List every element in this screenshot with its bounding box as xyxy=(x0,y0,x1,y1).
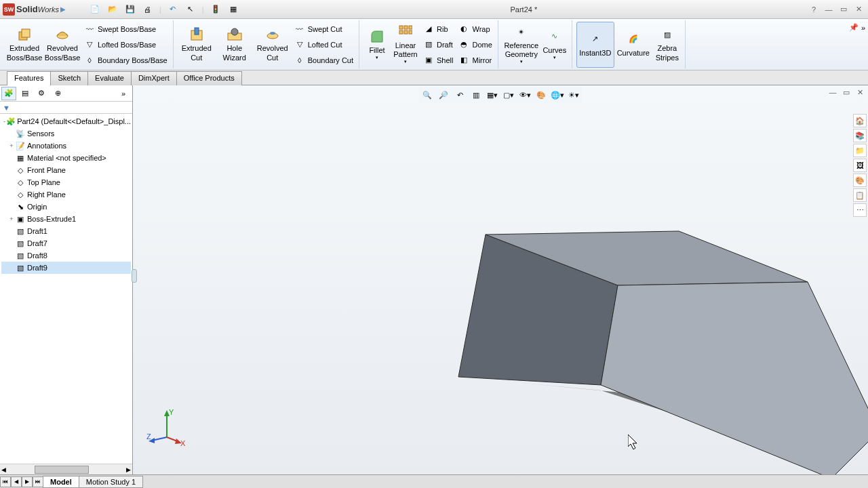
tree-item-boss-extrude1[interactable]: +▣Boss-Extrude1 xyxy=(1,213,131,225)
tree-item-material-not-specified-[interactable]: ▦Material <not specified> xyxy=(1,152,131,164)
minimize-button[interactable]: — xyxy=(823,4,834,15)
open-button[interactable]: 📂 xyxy=(106,3,119,16)
3d-viewport[interactable]: 🔍 🔎 ↶ ▥ ▦▾ ▢▾ 👁▾ 🎨 🌐▾ ☀▾ — ▭ ✕ xyxy=(133,85,868,474)
zebra-stripes-button[interactable]: ▨Zebra Stripes xyxy=(652,22,682,68)
draft-button[interactable]: ▧Draft xyxy=(420,37,456,52)
property-manager-tab[interactable]: ▤ xyxy=(18,87,33,100)
extruded-boss-button[interactable]: Extruded Boss/Base xyxy=(5,22,43,68)
swept-cut-button[interactable]: 〰Swept Cut xyxy=(292,22,356,37)
file-explorer-tab[interactable]: 📁 xyxy=(853,144,867,157)
resources-tab[interactable]: 🏠 xyxy=(853,114,867,127)
help-button[interactable]: ? xyxy=(808,4,819,15)
more-tab[interactable]: ⋯ xyxy=(853,203,867,217)
zoom-fit-button[interactable]: 🔍 xyxy=(420,88,434,102)
expand-icon[interactable]: + xyxy=(8,142,15,149)
rib-button[interactable]: ◢Rib xyxy=(420,22,456,37)
zoom-area-button[interactable]: 🔎 xyxy=(437,88,450,102)
tree-root[interactable]: - 🧩 Part24 (Default<<Default>_Displ... xyxy=(1,115,131,127)
nav-prev[interactable]: ◀ xyxy=(11,476,22,487)
revolved-cut-button[interactable]: Revolved Cut xyxy=(254,22,292,68)
dome-button[interactable]: ◓Dome xyxy=(456,37,494,52)
select-button[interactable]: ↖ xyxy=(184,3,197,16)
apply-scene-button[interactable]: 🌐▾ xyxy=(551,88,564,102)
shell-button[interactable]: ▣Shell xyxy=(420,53,456,68)
reference-geometry-button[interactable]: ✴Reference Geometry▾ xyxy=(502,22,540,68)
panel-expand-icon[interactable]: » xyxy=(116,87,131,100)
doc-maximize-button[interactable]: ▭ xyxy=(841,87,852,98)
rebuild-button[interactable]: 🚦 xyxy=(210,3,222,16)
orientation-triad[interactable]: Y Z X xyxy=(146,407,187,447)
new-button[interactable]: 📄 xyxy=(89,3,101,16)
print-button[interactable]: 🖨 xyxy=(142,3,154,16)
appearances-tab[interactable]: 🎨 xyxy=(853,174,867,187)
3d-model[interactable] xyxy=(323,140,868,474)
extrude-icon: ▣ xyxy=(15,214,26,224)
pin-icon[interactable]: 📌 xyxy=(849,23,859,32)
curvature-icon: 🌈 xyxy=(625,31,642,47)
menu-arrow-icon[interactable]: ▶ xyxy=(60,5,66,13)
section-view-button[interactable]: ▥ xyxy=(469,88,483,102)
swept-boss-button[interactable]: 〰Swept Boss/Base xyxy=(81,22,170,37)
close-button[interactable]: ✕ xyxy=(853,4,864,15)
feature-tree-tab[interactable]: 🧩 xyxy=(1,87,16,100)
extruded-cut-button[interactable]: Extruded Cut xyxy=(178,22,216,68)
tree-item-sensors[interactable]: 📡Sensors xyxy=(1,127,131,140)
custom-props-tab[interactable]: 📋 xyxy=(853,188,867,202)
filter-bar[interactable]: ▼ xyxy=(0,102,132,114)
expand-icon[interactable]: + xyxy=(8,216,15,222)
previous-view-button[interactable]: ↶ xyxy=(453,88,467,102)
mirror-button[interactable]: ◧Mirror xyxy=(456,53,494,68)
doc-minimize-button[interactable]: — xyxy=(827,87,838,98)
design-library-tab[interactable]: 📚 xyxy=(853,129,867,142)
boundary-cut-button[interactable]: ◊Boundary Cut xyxy=(292,53,356,68)
tree-item-top-plane[interactable]: ◇Top Plane xyxy=(1,176,131,188)
tree-item-draft7[interactable]: ▧Draft7 xyxy=(1,237,131,249)
tree-item-draft9[interactable]: ▧Draft9 xyxy=(1,262,131,274)
tree-item-right-plane[interactable]: ◇Right Plane xyxy=(1,188,131,201)
tree-item-origin[interactable]: ⬊Origin xyxy=(1,201,131,213)
nav-first[interactable]: ⏮ xyxy=(0,476,11,487)
wrap-button[interactable]: ◐Wrap xyxy=(456,22,494,37)
dimxpert-tab[interactable]: ⊕ xyxy=(50,87,65,100)
tab-evaluate[interactable]: Evaluate xyxy=(87,71,132,85)
save-button[interactable]: 💾 xyxy=(124,3,136,16)
display-style-button[interactable]: ▢▾ xyxy=(502,88,515,102)
view-orientation-button[interactable]: ▦▾ xyxy=(486,88,499,102)
curvature-button[interactable]: 🌈Curvature xyxy=(614,22,652,68)
bottom-tab-model[interactable]: Model xyxy=(43,476,79,488)
tab-features[interactable]: Features xyxy=(7,71,51,85)
tree-item-front-plane[interactable]: ◇Front Plane xyxy=(1,164,131,176)
maximize-button[interactable]: ▭ xyxy=(838,4,849,15)
lofted-cut-button[interactable]: ▽Lofted Cut xyxy=(292,37,356,52)
options-button[interactable]: ▦ xyxy=(227,3,239,16)
tab-sketch[interactable]: Sketch xyxy=(50,71,88,85)
panel-scrollbar[interactable]: ◀ ▶ xyxy=(0,464,132,474)
bottom-tab-motion-study-1[interactable]: Motion Study 1 xyxy=(79,476,143,488)
boundary-boss-button[interactable]: ◊Boundary Boss/Base xyxy=(81,53,170,68)
instant3d-button[interactable]: ↗Instant3D xyxy=(576,22,614,68)
panel-resize-handle[interactable] xyxy=(132,269,137,283)
scroll-thumb[interactable] xyxy=(35,466,89,474)
nav-next[interactable]: ▶ xyxy=(22,476,33,487)
tab-dimxpert[interactable]: DimXpert xyxy=(131,71,177,85)
edit-appearance-button[interactable]: 🎨 xyxy=(534,88,548,102)
linear-pattern-button[interactable]: Linear Pattern▾ xyxy=(391,22,420,68)
hide-show-button[interactable]: 👁▾ xyxy=(518,88,532,102)
tree-item-draft8[interactable]: ▧Draft8 xyxy=(1,249,131,262)
doc-close-button[interactable]: ✕ xyxy=(854,87,865,98)
tree-item-annotations[interactable]: +📝Annotations xyxy=(1,140,131,152)
hole-wizard-button[interactable]: Hole Wizard xyxy=(216,22,254,68)
app-logo[interactable]: SW SolidWorks ▶ xyxy=(0,3,68,16)
revolved-boss-button[interactable]: Revolved Boss/Base xyxy=(43,22,81,68)
lofted-boss-button[interactable]: ▽Lofted Boss/Base xyxy=(81,37,170,52)
view-settings-button[interactable]: ☀▾ xyxy=(567,88,580,102)
nav-last[interactable]: ⏭ xyxy=(33,476,43,487)
fillet-button[interactable]: Fillet▾ xyxy=(363,22,391,68)
curves-button[interactable]: ∿Curves▾ xyxy=(540,22,569,68)
tree-item-draft1[interactable]: ▧Draft1 xyxy=(1,225,131,237)
undo-button[interactable]: ↶ xyxy=(167,3,179,16)
tab-office-products[interactable]: Office Products xyxy=(176,71,242,85)
view-palette-tab[interactable]: 🖼 xyxy=(853,159,867,172)
expand-arrow-icon[interactable]: » xyxy=(861,24,865,32)
configuration-tab[interactable]: ⚙ xyxy=(34,87,49,100)
